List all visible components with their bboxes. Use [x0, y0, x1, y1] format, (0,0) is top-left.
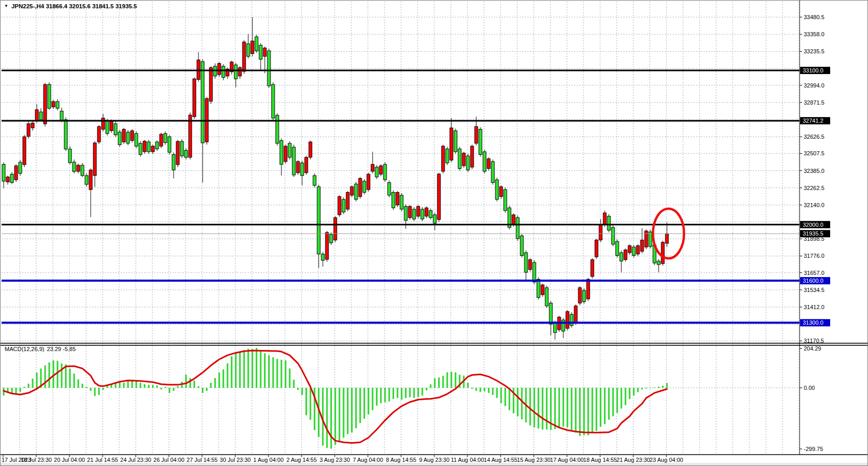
- svg-text:30 Jul 23:30: 30 Jul 23:30: [220, 457, 251, 463]
- macd-histogram-bar: [405, 388, 407, 398]
- candle-bullish: [15, 166, 18, 180]
- macd-histogram-bar: [45, 366, 46, 388]
- candle-bullish: [160, 134, 163, 146]
- macd-histogram-bar: [501, 388, 502, 403]
- macd-histogram-bar: [239, 352, 241, 388]
- svg-text:204.29: 204.29: [804, 345, 821, 352]
- macd-histogram-bar: [306, 388, 307, 415]
- macd-histogram-bar: [554, 388, 556, 429]
- macd-histogram-bar: [646, 388, 647, 389]
- macd-histogram-bar: [103, 388, 104, 390]
- macd-histogram-bar: [20, 388, 21, 392]
- svg-text:21 Aug 23:30: 21 Aug 23:30: [617, 457, 650, 463]
- candle-bearish: [114, 124, 117, 135]
- macd-histogram-bar: [584, 388, 585, 435]
- candle-bullish: [52, 101, 55, 107]
- macd-histogram-bar: [264, 353, 266, 388]
- candle-bearish: [383, 164, 387, 180]
- macd-title: MACD(12,26,9): [5, 346, 44, 352]
- macd-histogram-bar: [57, 361, 59, 388]
- macd-histogram-bar: [530, 388, 531, 426]
- candle-bullish: [122, 129, 125, 142]
- candle-bullish: [334, 217, 337, 240]
- candle-bearish: [201, 62, 204, 143]
- candle-bearish: [549, 303, 552, 324]
- svg-text:18 Jul 23:30: 18 Jul 23:30: [21, 457, 52, 463]
- macd-values: 23.29 -5.85: [47, 346, 76, 352]
- svg-text:31935.5: 31935.5: [803, 230, 823, 237]
- candle-bearish: [56, 101, 59, 108]
- candle-bearish: [404, 207, 407, 221]
- macd-histogram-bar: [434, 378, 436, 388]
- macd-histogram-bar: [223, 370, 224, 388]
- macd-histogram-bar: [637, 388, 639, 392]
- macd-histogram-bar: [588, 388, 589, 435]
- macd-histogram-bar: [36, 373, 38, 388]
- macd-histogram-bar: [355, 388, 357, 428]
- svg-text:2 Aug 14:55: 2 Aug 14:55: [287, 457, 317, 463]
- candle-bearish: [73, 162, 76, 171]
- candle-bullish: [587, 279, 590, 299]
- candle-bearish: [321, 254, 324, 260]
- macd-histogram-bar: [227, 363, 229, 388]
- candle-bullish: [487, 159, 490, 169]
- candle-bullish: [243, 42, 246, 71]
- macd-histogram-bar: [351, 388, 353, 432]
- svg-text:31534.5: 31534.5: [804, 287, 824, 293]
- chart-canvas[interactable]: 33480.533358.033235.532994.032871.532626…: [1, 1, 868, 466]
- macd-histogram-bar: [156, 385, 158, 388]
- macd-histogram-bar: [538, 388, 539, 429]
- macd-histogram-bar: [613, 388, 614, 416]
- candle-bullish: [263, 48, 266, 56]
- candle-bearish: [570, 314, 573, 326]
- candle-bearish: [172, 154, 175, 170]
- candle-bearish: [39, 112, 42, 120]
- macd-histogram-bar: [376, 388, 378, 406]
- macd-histogram-bar: [140, 383, 141, 388]
- candle-bullish: [529, 259, 532, 269]
- svg-text:24 Jul 23:30: 24 Jul 23:30: [120, 457, 151, 463]
- svg-text:31657.0: 31657.0: [804, 270, 824, 276]
- candle-bullish: [442, 146, 445, 171]
- svg-text:17 Aug 04:00: 17 Aug 04:00: [550, 457, 584, 463]
- macd-histogram-bar: [658, 387, 660, 388]
- candle-bullish: [251, 41, 254, 53]
- candle-bearish: [272, 84, 275, 118]
- candle-bearish: [267, 51, 271, 86]
- macd-histogram-bar: [326, 388, 328, 448]
- svg-text:18 Aug 14:55: 18 Aug 14:55: [584, 457, 617, 463]
- candle-bearish: [537, 279, 540, 297]
- candle-bullish: [641, 240, 644, 252]
- symbol-dropdown-icon[interactable]: ▼: [4, 4, 8, 8]
- macd-histogram-bar: [559, 388, 560, 428]
- macd-indicator-label: MACD(12,26,9) 23.29 -5.85: [5, 346, 76, 352]
- macd-histogram-bar: [161, 388, 162, 389]
- candle-bearish: [317, 187, 320, 254]
- candle-bullish: [645, 231, 648, 247]
- candle-bearish: [354, 184, 358, 199]
- candle-bearish: [375, 167, 378, 177]
- svg-text:7 Aug 04:00: 7 Aug 04:00: [353, 457, 383, 463]
- svg-text:32000.0: 32000.0: [803, 222, 823, 228]
- pane-separator[interactable]: [1, 343, 868, 344]
- macd-histogram-bar: [654, 387, 656, 388]
- candle-bearish: [247, 44, 250, 56]
- candle-bearish: [479, 129, 482, 155]
- macd-histogram-bar: [385, 388, 386, 402]
- macd-histogram-bar: [244, 350, 245, 388]
- candle-bearish: [466, 156, 469, 170]
- macd-histogram-bar: [521, 388, 523, 419]
- macd-histogram-bar: [94, 388, 96, 396]
- macd-histogram-bar: [310, 388, 311, 420]
- macd-histogram-bar: [447, 372, 448, 388]
- macd-histogram-bar: [422, 388, 423, 396]
- macd-histogram-bar: [215, 378, 216, 388]
- candle-bearish: [582, 290, 586, 302]
- candle-bearish: [491, 162, 494, 183]
- macd-histogram-bar: [343, 388, 345, 438]
- candle-bearish: [533, 263, 536, 282]
- candle-bullish: [23, 137, 26, 165]
- macd-histogram-bar: [517, 388, 519, 416]
- svg-text:-299.75: -299.75: [804, 446, 823, 452]
- macd-histogram-bar: [629, 388, 631, 399]
